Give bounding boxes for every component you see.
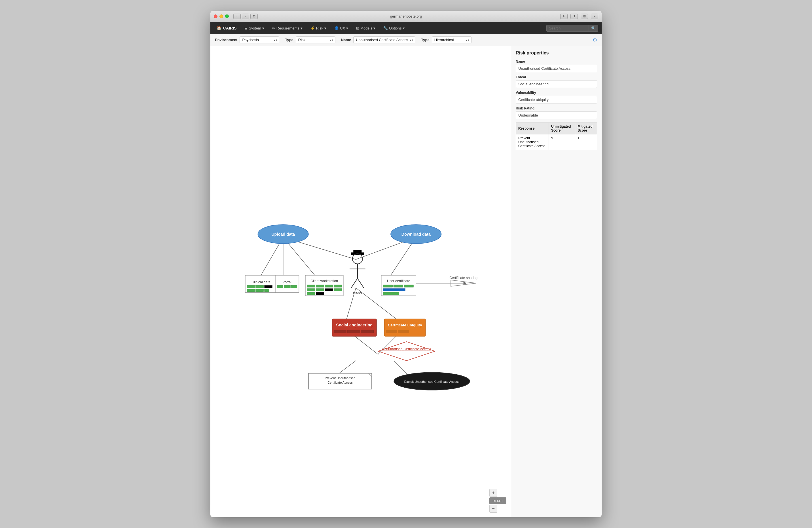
name-label: Name xyxy=(341,38,351,42)
prevent-response-node[interactable]: Prevent Unauthorised xyxy=(325,376,356,380)
risk-node[interactable]: Unauthorised Certificate Access xyxy=(382,347,431,351)
name-select[interactable]: Unauthorised Certificate Access xyxy=(353,36,415,43)
clinical-data-node[interactable]: Clinical data xyxy=(251,280,271,284)
view-type-select-wrapper: Hierarchical xyxy=(432,36,472,43)
search-input[interactable] xyxy=(546,25,589,32)
svg-rect-57 xyxy=(386,330,397,333)
system-icon: 🖥 xyxy=(244,26,247,30)
close-button[interactable] xyxy=(214,14,217,18)
upload-data-node[interactable]: Upload data xyxy=(271,232,295,237)
svg-rect-26 xyxy=(291,285,297,288)
name-group: Name Unauthorised Certificate Access xyxy=(341,36,415,43)
mitigated-header: Mitigated Score xyxy=(575,123,597,134)
brand-logo[interactable]: 🏠 CAIRIS xyxy=(214,26,239,30)
requirements-icon: ✏ xyxy=(272,26,275,30)
svg-rect-34 xyxy=(325,289,333,291)
type-select-wrapper: Risk xyxy=(296,36,335,43)
nav-system[interactable]: 🖥 System ▾ xyxy=(241,24,267,32)
svg-rect-35 xyxy=(334,289,342,291)
vulnerability-field-value: Certificate ubiquity xyxy=(516,96,597,103)
panel-title: Risk properties xyxy=(516,51,597,56)
view-type-select[interactable]: Hierarchical xyxy=(432,36,472,43)
svg-rect-19 xyxy=(264,285,273,288)
nav-options[interactable]: 🔧 Options ▾ xyxy=(380,24,408,32)
url-bar[interactable]: germaneriposte.org xyxy=(390,14,422,18)
ux-chevron: ▾ xyxy=(346,26,348,30)
table-row[interactable]: Prevent Unauthorised Certificate Access … xyxy=(516,134,597,150)
response-cell: Prevent Unauthorised Certificate Access xyxy=(516,134,549,150)
add-tab-button[interactable]: + xyxy=(591,14,598,19)
client-workstation-node[interactable]: Client workstation xyxy=(310,279,338,283)
social-engineering-node[interactable]: Social engineering xyxy=(336,323,373,327)
reset-button[interactable]: RESET xyxy=(489,497,506,504)
svg-rect-39 xyxy=(353,250,362,253)
svg-rect-50 xyxy=(383,292,399,295)
svg-rect-17 xyxy=(247,285,255,288)
new-tab-button[interactable]: ⊡ xyxy=(581,14,588,19)
app-window: ‹ › ⊡ germaneriposte.org ↻ ⬆ ⊡ + 🏠 CAIRI… xyxy=(211,11,601,517)
mitigated-cell: 1 xyxy=(575,134,597,150)
risk-icon: ⚡ xyxy=(310,26,315,30)
diagram-controls: + RESET − xyxy=(489,489,506,513)
nav-requirements[interactable]: ✏ Requirements ▾ xyxy=(269,24,306,32)
svg-rect-48 xyxy=(404,285,414,287)
svg-line-44 xyxy=(358,279,364,288)
type-select[interactable]: Risk xyxy=(296,36,335,43)
nav-models[interactable]: ⊡ Models ▾ xyxy=(353,24,379,32)
svg-rect-49 xyxy=(383,289,405,291)
view-type-group: Type Hierarchical xyxy=(421,36,471,43)
diagram-area[interactable]: Upload data Download data Clinical data … xyxy=(211,46,511,517)
response-header: Response xyxy=(516,123,549,134)
svg-rect-32 xyxy=(307,289,315,291)
settings-icon[interactable]: ⚙ xyxy=(593,37,597,43)
zoom-in-button[interactable]: + xyxy=(489,489,497,497)
environment-select[interactable]: Psychosis xyxy=(240,36,279,43)
svg-rect-47 xyxy=(393,285,403,287)
name-field-value: Unauthorised Certificate Access xyxy=(516,65,597,72)
svg-rect-30 xyxy=(325,285,333,287)
download-data-node[interactable]: Download data xyxy=(402,232,431,237)
options-icon: 🔧 xyxy=(383,26,388,30)
svg-rect-58 xyxy=(398,330,409,333)
svg-rect-24 xyxy=(277,285,283,288)
nav-requirements-label: Requirements xyxy=(276,26,300,30)
portal-node[interactable]: Portal xyxy=(282,280,291,284)
name-select-wrapper: Unauthorised Certificate Access xyxy=(353,36,415,43)
user-certificate-node[interactable]: User certificate xyxy=(387,279,410,283)
minimize-button[interactable] xyxy=(219,14,223,18)
maximize-button[interactable] xyxy=(225,14,229,18)
titlebar: ‹ › ⊡ germaneriposte.org ↻ ⬆ ⊡ + xyxy=(211,11,601,22)
svg-rect-31 xyxy=(334,285,342,287)
svg-rect-54 xyxy=(347,330,360,333)
models-chevron: ▾ xyxy=(373,26,375,30)
prevent-response-label2: Certificate Access xyxy=(328,381,353,384)
svg-rect-52 xyxy=(332,319,377,336)
svg-rect-21 xyxy=(256,289,264,292)
exploit-response-node[interactable]: Exploit Unauthorised Certificate Access xyxy=(404,380,460,383)
svg-rect-29 xyxy=(316,285,324,287)
nav-buttons: ‹ › ⊡ xyxy=(233,14,258,19)
threat-field-value: Social engineering xyxy=(516,80,597,88)
certificate-ubiquity-node[interactable]: Certificate ubiquity xyxy=(388,323,422,327)
view-type-label: Type xyxy=(421,38,429,42)
carol-label: Carol xyxy=(353,291,362,295)
refresh-button[interactable]: ↻ xyxy=(560,14,568,19)
environment-label: Environment xyxy=(215,38,237,42)
zoom-out-button[interactable]: − xyxy=(489,505,497,513)
search-button[interactable]: 🔍 xyxy=(589,25,598,32)
nav-risk[interactable]: ⚡ Risk ▾ xyxy=(307,24,330,32)
forward-button[interactable]: › xyxy=(242,14,249,19)
share-button[interactable]: ⬆ xyxy=(570,14,578,19)
traffic-lights xyxy=(214,14,229,18)
home-icon: 🏠 xyxy=(217,26,221,30)
ux-icon: 👤 xyxy=(334,26,339,30)
svg-rect-18 xyxy=(256,285,264,288)
back-button[interactable]: ‹ xyxy=(233,14,241,19)
reader-button[interactable]: ⊡ xyxy=(250,14,258,19)
navbar: 🏠 CAIRIS 🖥 System ▾ ✏ Requirements ▾ ⚡ R… xyxy=(211,22,601,34)
unmitigated-header: Unmitigated Score xyxy=(549,123,575,134)
right-panel: Risk properties Name Unauthorised Certif… xyxy=(511,46,601,517)
svg-rect-46 xyxy=(383,285,392,287)
page-url: germaneriposte.org xyxy=(390,14,422,18)
nav-ux[interactable]: 👤 UX ▾ xyxy=(331,24,351,32)
